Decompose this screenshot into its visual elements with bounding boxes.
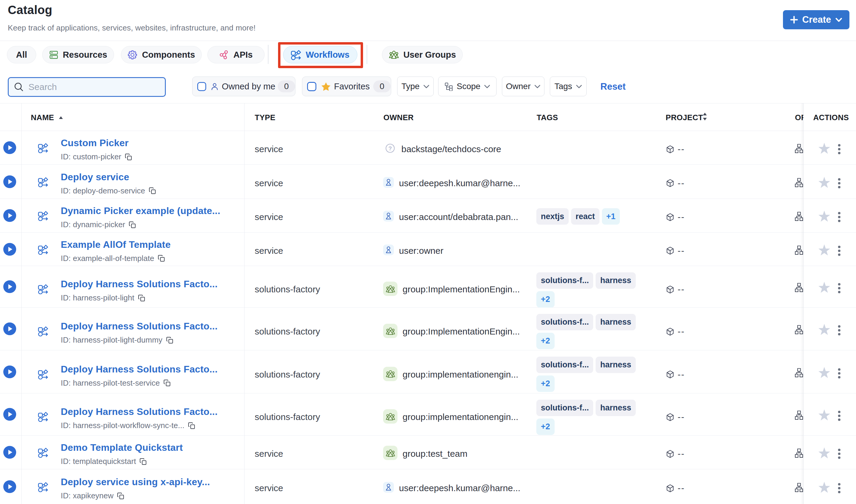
svg-text:?: ?: [389, 145, 392, 151]
